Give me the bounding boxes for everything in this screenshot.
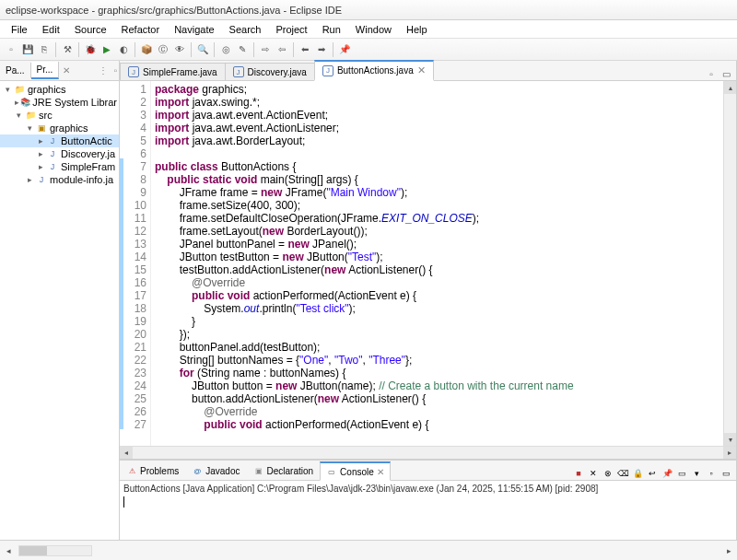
terminate-icon[interactable]: ■ xyxy=(572,467,585,480)
menu-project[interactable]: Project xyxy=(268,22,314,37)
coverage-icon[interactable]: ◐ xyxy=(116,42,131,57)
editor-tab[interactable]: J ButtonActions.java ✕ xyxy=(314,60,434,81)
remove-all-icon[interactable]: ⊗ xyxy=(602,467,614,480)
horizontal-scrollbar[interactable]: ◂ ▸ xyxy=(120,446,736,459)
display-console-icon[interactable]: ▭ xyxy=(675,467,688,480)
save-all-icon[interactable]: ⎘ xyxy=(37,42,52,57)
scrollbar-thumb[interactable] xyxy=(19,546,47,555)
pin-console-icon[interactable]: 📌 xyxy=(661,467,673,480)
new-class-icon[interactable]: Ⓒ xyxy=(156,42,170,57)
editor-tab[interactable]: J SimpleFrame.java xyxy=(120,63,226,80)
project-tree[interactable]: ▾ 📁 graphics ▸ 📚 JRE System Librar ▾ 📁 s… xyxy=(0,81,119,540)
clear-console-icon[interactable]: ⌫ xyxy=(616,467,629,480)
statusbar: ◂ ▸ xyxy=(0,540,737,560)
close-icon[interactable]: ✕ xyxy=(417,64,426,76)
menu-search[interactable]: Search xyxy=(222,22,269,37)
new-package-icon[interactable]: 📦 xyxy=(139,42,154,57)
minimize-icon[interactable]: ▫ xyxy=(705,467,718,480)
maximize-icon[interactable]: ▭ xyxy=(719,467,732,480)
scroll-lock-icon[interactable]: 🔒 xyxy=(631,467,644,480)
console-output[interactable]: ButtonActions [Java Application] C:\Prog… xyxy=(120,481,736,540)
expand-icon[interactable]: ▸ xyxy=(35,162,46,171)
library-icon: 📚 xyxy=(20,97,30,108)
expand-icon[interactable]: ▾ xyxy=(13,111,24,120)
tree-item-jre[interactable]: ▸ 📚 JRE System Librar xyxy=(0,96,119,109)
menu-navigate[interactable]: Navigate xyxy=(167,22,221,37)
tab-problems[interactable]: ⚠ Problems xyxy=(120,461,185,480)
expand-icon[interactable]: ▸ xyxy=(24,175,35,184)
maximize-icon[interactable]: ▭ xyxy=(719,67,732,80)
scroll-right-icon[interactable]: ▸ xyxy=(723,447,736,460)
sidebar-tab-package-explorer[interactable]: Pa... xyxy=(0,63,31,78)
menu-refactor[interactable]: Refactor xyxy=(114,22,168,37)
expand-icon[interactable]: ▸ xyxy=(35,149,46,158)
debug-icon[interactable]: 🐞 xyxy=(83,42,98,57)
code-editor[interactable]: 1234567891011121314151617181920212223242… xyxy=(120,81,736,446)
prev-annotation-icon[interactable]: ⇦ xyxy=(275,42,289,57)
java-file-icon: J xyxy=(128,66,139,77)
run-icon[interactable]: ▶ xyxy=(99,42,114,57)
save-icon[interactable]: 💾 xyxy=(20,42,35,57)
toggle-mark-icon[interactable]: ◎ xyxy=(218,42,233,57)
menu-window[interactable]: Window xyxy=(348,22,399,37)
scroll-right-icon[interactable]: ▸ xyxy=(722,544,735,557)
expand-icon[interactable]: ▸ xyxy=(13,98,20,107)
tab-declaration[interactable]: ▣ Declaration xyxy=(247,461,321,480)
close-icon[interactable]: ✕ xyxy=(377,467,384,477)
separator xyxy=(135,42,135,57)
tree-item-module-info[interactable]: ▸ J module-info.ja xyxy=(0,173,119,186)
back-icon[interactable]: ⬅ xyxy=(298,42,312,57)
scroll-down-icon[interactable]: ▾ xyxy=(724,433,736,446)
tab-console[interactable]: ▭ Console ✕ xyxy=(320,461,391,481)
pin-icon[interactable]: 📌 xyxy=(337,42,352,57)
search-icon[interactable]: 🔍 xyxy=(195,42,210,57)
forward-icon[interactable]: ➡ xyxy=(314,42,329,57)
tree-item-package[interactable]: ▾ ▣ graphics xyxy=(0,122,119,134)
expand-icon[interactable]: ▾ xyxy=(24,123,35,133)
build-icon[interactable]: ⚒ xyxy=(60,42,75,57)
annotation-icon[interactable]: ✎ xyxy=(235,42,250,57)
javadoc-icon: @ xyxy=(192,465,203,476)
tree-item-file[interactable]: ▸ J SimpleFram xyxy=(0,160,119,173)
tree-item-file[interactable]: ▸ J ButtonActic xyxy=(0,134,119,147)
tree-item-src[interactable]: ▾ 📁 src xyxy=(0,109,119,122)
vertical-scrollbar[interactable]: ▴ ▾ xyxy=(723,81,736,446)
menubar: File Edit Source Refactor Navigate Searc… xyxy=(0,20,737,39)
minimize-icon[interactable]: ▫ xyxy=(111,65,119,76)
word-wrap-icon[interactable]: ↩ xyxy=(646,467,659,480)
next-annotation-icon[interactable]: ⇨ xyxy=(258,42,273,57)
new-icon[interactable]: ▫ xyxy=(4,42,18,57)
open-type-icon[interactable]: 👁 xyxy=(172,42,187,57)
menu-help[interactable]: Help xyxy=(399,22,435,37)
code-content[interactable]: package graphics; import javax.swing.*; … xyxy=(151,81,723,446)
java-file-icon: J xyxy=(46,161,59,172)
tree-item-project[interactable]: ▾ 📁 graphics xyxy=(0,83,119,96)
scroll-up-icon[interactable]: ▴ xyxy=(724,81,736,94)
main-toolbar: ▫ 💾 ⎘ ⚒ 🐞 ▶ ◐ 📦 Ⓒ 👁 🔍 ◎ ✎ ⇨ ⇦ ⬅ ➡ 📌 xyxy=(0,39,737,61)
menu-run[interactable]: Run xyxy=(315,22,348,37)
menu-source[interactable]: Source xyxy=(67,22,114,37)
separator xyxy=(293,42,294,57)
close-icon[interactable]: ✕ xyxy=(61,65,72,76)
expand-icon[interactable]: ▸ xyxy=(35,136,46,146)
tree-item-file[interactable]: ▸ J Discovery.ja xyxy=(0,147,119,160)
sidebar-tab-project-explorer[interactable]: Pr... xyxy=(31,62,60,79)
menu-edit[interactable]: Edit xyxy=(35,22,67,37)
sidebar-tabs: Pa... Pr... ✕ ⋮ ▫ xyxy=(0,61,119,81)
view-menu-icon[interactable]: ⋮ xyxy=(97,65,110,76)
remove-launch-icon[interactable]: ✕ xyxy=(587,467,600,480)
declaration-icon: ▣ xyxy=(253,465,264,476)
menu-file[interactable]: File xyxy=(4,22,35,37)
minimize-icon[interactable]: ▫ xyxy=(705,67,718,80)
java-file-icon: J xyxy=(46,148,59,159)
scroll-left-icon[interactable]: ◂ xyxy=(2,544,15,557)
scroll-left-icon[interactable]: ◂ xyxy=(120,447,133,460)
java-file-icon: J xyxy=(233,66,244,77)
editor-tab[interactable]: J Discovery.java xyxy=(225,63,315,80)
package-icon: ▣ xyxy=(35,122,48,134)
horizontal-scrollbar[interactable] xyxy=(18,545,92,556)
tab-javadoc[interactable]: @ Javadoc xyxy=(185,461,246,480)
open-console-icon[interactable]: ▾ xyxy=(690,467,703,480)
separator xyxy=(214,42,215,57)
expand-icon[interactable]: ▾ xyxy=(2,85,13,94)
